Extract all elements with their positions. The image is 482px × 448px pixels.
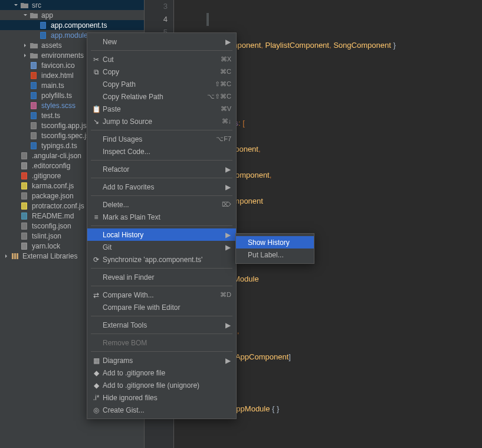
paste-icon: 📋 bbox=[91, 104, 101, 114]
blank-icon bbox=[91, 243, 101, 252]
folder-app[interactable]: app bbox=[0, 10, 144, 20]
menu-item-copy-path[interactable]: Copy Path⇧⌘C bbox=[87, 78, 236, 90]
local-history-submenu[interactable]: Show HistoryPut Label... bbox=[235, 233, 314, 264]
svg-rect-19 bbox=[31, 133, 36, 139]
diamond-icon: ◆ bbox=[91, 368, 101, 378]
svg-rect-3 bbox=[41, 32, 45, 38]
menu-item-new[interactable]: New▶ bbox=[87, 35, 236, 48]
menu-shortcut: ⌘V bbox=[221, 105, 231, 113]
blank-icon bbox=[91, 80, 101, 89]
scss-icon bbox=[29, 102, 39, 110]
file-app-component-ts[interactable]: app.component.ts bbox=[0, 20, 144, 30]
menu-item-synchronize-app-component-ts[interactable]: ⟳Synchronize 'app.component.ts' bbox=[87, 253, 236, 266]
menu-item-compare-with[interactable]: ⇄Compare With...⌘D bbox=[87, 289, 236, 301]
tree-item-label: index.html bbox=[41, 71, 74, 80]
svg-rect-31 bbox=[22, 193, 27, 199]
menu-item-mark-as-plain-text[interactable]: ≡Mark as Plain Text bbox=[87, 211, 236, 223]
tree-item-label: README.md bbox=[32, 212, 74, 220]
menu-item-local-history[interactable]: Local History▶ bbox=[87, 228, 236, 241]
menu-item-reveal-in-finder[interactable]: Reveal in Finder bbox=[87, 271, 236, 283]
tree-item-label: assets bbox=[41, 41, 62, 50]
menu-item-cut[interactable]: ✂Cut⌘X bbox=[87, 53, 236, 66]
ts-icon bbox=[39, 31, 48, 40]
ts-icon bbox=[29, 91, 39, 100]
menu-shortcut: ⇧⌘C bbox=[215, 80, 231, 88]
js-icon bbox=[20, 202, 29, 210]
tree-item-label: External Libraries bbox=[22, 252, 77, 260]
submenu-arrow-icon: ▶ bbox=[225, 183, 231, 191]
menu-item-external-tools[interactable]: External Tools▶ bbox=[87, 319, 236, 331]
menu-item-find-usages[interactable]: Find Usages⌥F7 bbox=[87, 133, 236, 145]
chevron-right-icon[interactable] bbox=[22, 42, 28, 48]
svg-rect-43 bbox=[14, 253, 16, 259]
menu-item-add-to-gitignore-file-unignore[interactable]: ◆Add to .gitignore file (unignore) bbox=[87, 379, 236, 391]
svg-rect-25 bbox=[22, 163, 27, 169]
menu-item-label: Show History bbox=[248, 238, 309, 247]
submenu-item-show-history[interactable]: Show History bbox=[236, 236, 314, 248]
menu-item-label: Cut bbox=[103, 55, 216, 64]
lock-icon bbox=[20, 242, 29, 250]
submenu-arrow-icon: ▶ bbox=[225, 165, 231, 174]
menu-item-diagrams[interactable]: ▦Diagrams▶ bbox=[87, 354, 236, 367]
menu-item-git[interactable]: Git▶ bbox=[87, 241, 236, 253]
submenu-arrow-icon: ▶ bbox=[225, 231, 231, 239]
json-icon bbox=[20, 152, 29, 160]
menu-item-remove-bom: Remove BOM bbox=[87, 336, 236, 349]
chevron-right-icon[interactable] bbox=[22, 53, 28, 58]
tree-item-label: package.json bbox=[32, 192, 74, 200]
json-icon bbox=[20, 192, 29, 200]
svg-rect-13 bbox=[31, 103, 36, 109]
ts-icon bbox=[29, 112, 39, 120]
context-menu[interactable]: New▶✂Cut⌘X⧉Copy⌘CCopy Path⇧⌘CCopy Relati… bbox=[87, 32, 237, 419]
ts-icon bbox=[29, 81, 39, 90]
tree-item-label: yarn.lock bbox=[32, 242, 60, 250]
menu-item-hide-ignored-files[interactable]: .i*Hide ignored files bbox=[87, 391, 236, 404]
menu-item-label: Local History bbox=[103, 231, 225, 239]
blank-icon bbox=[91, 321, 101, 330]
menu-item-label: Mark as Plain Text bbox=[103, 213, 231, 221]
menu-item-copy-relative-path[interactable]: Copy Relative Path⌥⇧⌘C bbox=[87, 90, 236, 103]
menu-item-add-to-gitignore-file[interactable]: ◆Add to .gitignore file bbox=[87, 367, 236, 379]
tree-item-label: styles.scss bbox=[41, 102, 76, 110]
menu-item-add-to-favorites[interactable]: Add to Favorites▶ bbox=[87, 181, 236, 193]
submenu-item-put-label[interactable]: Put Label... bbox=[236, 248, 314, 261]
menu-item-compare-file-with-editor[interactable]: Compare File with Editor bbox=[87, 301, 236, 313]
menu-item-copy[interactable]: ⧉Copy⌘C bbox=[87, 66, 236, 78]
menu-item-paste[interactable]: 📋Paste⌘V bbox=[87, 103, 236, 115]
svg-rect-44 bbox=[17, 253, 18, 259]
svg-rect-42 bbox=[12, 253, 14, 259]
menu-item-jump-to-source[interactable]: ↘Jump to Source⌘↓ bbox=[87, 115, 236, 127]
tree-item-label: src bbox=[32, 1, 41, 9]
diamond-icon: ◆ bbox=[91, 381, 101, 390]
menu-item-refactor[interactable]: Refactor▶ bbox=[87, 163, 236, 175]
folder-icon bbox=[29, 51, 39, 60]
menu-item-label: New bbox=[103, 38, 225, 46]
chevron-down-icon[interactable] bbox=[13, 2, 19, 8]
svg-rect-9 bbox=[31, 83, 36, 89]
menu-item-label: Copy Relative Path bbox=[103, 93, 202, 101]
menu-separator bbox=[91, 286, 232, 286]
menu-item-inspect-code[interactable]: Inspect Code... bbox=[87, 145, 236, 158]
menu-item-label: Reveal in Finder bbox=[103, 273, 231, 282]
svg-rect-41 bbox=[22, 243, 27, 249]
menu-item-create-gist[interactable]: ◎Create Gist... bbox=[87, 404, 236, 416]
menu-item-label: Put Label... bbox=[248, 251, 309, 259]
menu-item-delete[interactable]: Delete...⌦ bbox=[87, 198, 236, 211]
chevron-down-icon[interactable] bbox=[22, 12, 28, 18]
menu-shortcut: ⌥⇧⌘C bbox=[207, 93, 231, 100]
tree-item-label: favicon.ico bbox=[41, 61, 75, 70]
svg-rect-27 bbox=[22, 173, 27, 179]
ts-icon bbox=[29, 142, 39, 150]
folder-src[interactable]: src bbox=[0, 0, 144, 10]
cut-icon: ✂ bbox=[91, 55, 101, 64]
menu-item-label: Remove BOM bbox=[103, 339, 231, 347]
menu-shortcut: ⌘X bbox=[221, 55, 231, 63]
chevron-right-icon[interactable] bbox=[4, 253, 9, 259]
menu-shortcut: ⌦ bbox=[222, 201, 231, 208]
menu-item-label: Copy bbox=[103, 68, 215, 76]
tree-item-label: .angular-cli.json bbox=[32, 152, 81, 160]
compare-icon: ⇄ bbox=[91, 290, 101, 300]
git-icon bbox=[20, 172, 29, 180]
menu-item-label: Hide ignored files bbox=[103, 394, 231, 402]
ico-icon bbox=[29, 61, 39, 70]
